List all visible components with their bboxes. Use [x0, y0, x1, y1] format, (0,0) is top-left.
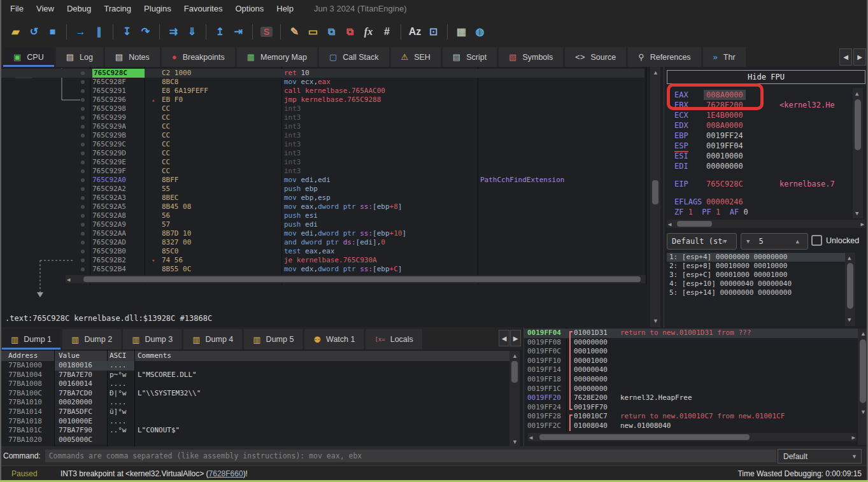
register-row[interactable]: ESI00010000 — [664, 151, 855, 161]
disasm-row[interactable]: 765C92A38BECmov ebp,esp — [0, 194, 644, 202]
argument-row[interactable]: 5: [esp+14] 00000000 00000000 — [667, 288, 855, 297]
register-row[interactable]: EBP0019FF24 — [664, 131, 855, 141]
tab-scroll-left-button[interactable]: ◀ — [839, 48, 852, 66]
stack-row[interactable]: 0019FF1C00000000 — [524, 385, 858, 394]
register-value[interactable]: 008A0000 — [706, 120, 743, 131]
registers-hscrollbar[interactable]: ◀ ▶ — [667, 220, 865, 228]
spinner-up-icon[interactable]: ▲ — [795, 238, 799, 245]
disasm-row[interactable]: 765C9291E8 6A19FEFFcall kernelbase.765AA… — [0, 87, 644, 96]
scroll-right-icon[interactable]: ▶ — [852, 434, 855, 441]
breakpoint-dot-icon[interactable] — [81, 143, 85, 146]
menu-help[interactable]: Help — [270, 0, 300, 17]
disasm-row[interactable]: 765C92AD8327 00and dword ptr ds:[edi],0 — [0, 238, 644, 247]
menu-file[interactable]: File — [4, 0, 30, 17]
disasm-row[interactable]: 765C9299CCint3 — [0, 113, 644, 122]
patch-icon[interactable]: ✎ — [285, 22, 304, 41]
stack-row[interactable]: 0019FF2C01008040new.01008040 — [524, 422, 858, 431]
flags-row[interactable]: ZF 1 PF 1 AF 0 — [664, 207, 855, 217]
breakpoint-dot-icon[interactable] — [81, 178, 85, 182]
dump-row[interactable]: 77BA100C77BA7CD0Ð|°wL"\\SYSTEM32\\" — [0, 389, 509, 399]
calling-convention-select[interactable]: Default (stdc ▼ — [667, 233, 737, 250]
dump-tab-scroll-right-button[interactable]: ▶ — [510, 330, 521, 346]
disasm-row[interactable]: 765C92B2▾74 56je kernelbase.765C930A — [0, 256, 644, 265]
dump-row[interactable]: 77BA100477BA7E70p~°wL"MSCOREE.DLL" — [0, 371, 509, 380]
breakpoint-dot-icon[interactable] — [81, 205, 85, 209]
breakpoint-dot-icon[interactable] — [81, 196, 85, 200]
run-icon[interactable]: → — [71, 22, 90, 41]
register-value[interactable]: 00010000 — [706, 151, 743, 161]
tab-notes[interactable]: ▤Notes — [105, 47, 160, 67]
breakpoint-dot-icon[interactable] — [81, 160, 85, 164]
register-value[interactable]: 00000246 — [706, 197, 743, 207]
register-row[interactable]: EFLAGS00000246 — [664, 197, 855, 207]
dump-vscrollbar[interactable]: ▲ ▼ — [509, 351, 520, 446]
register-value[interactable]: 0019FF24 — [706, 131, 743, 141]
register-row[interactable]: ECX1E4B0000 — [664, 110, 855, 120]
breakpoint-dot-icon[interactable] — [81, 152, 85, 155]
scroll-down-icon[interactable]: ▼ — [855, 210, 858, 216]
dump-row[interactable]: 77BA100800160014.... — [0, 379, 509, 389]
breakpoint-dot-icon[interactable] — [81, 187, 85, 191]
preferences-icon[interactable]: Az — [406, 22, 424, 41]
spinner-down-icon[interactable]: ▼ — [746, 238, 750, 245]
register-row[interactable]: EIP765C928Ckernelbase.7 — [664, 179, 855, 189]
breakpoint-dot-icon[interactable] — [81, 267, 85, 271]
disasm-row[interactable]: 765C92A58B45 08mov eax,dword ptr ss:[ebp… — [0, 202, 644, 211]
dump-row[interactable]: 77BA101C77BA7F90..°wL"CONOUT$" — [0, 426, 509, 436]
step-over-icon[interactable]: ↷ — [136, 22, 155, 41]
stack-vscroll-thumb[interactable] — [860, 339, 866, 403]
bookmark-icon[interactable]: ⧉ — [341, 22, 359, 41]
stack-row[interactable]: 0019FF0800000000 — [524, 338, 858, 348]
disasm-hscroll-thumb[interactable] — [83, 276, 641, 282]
internet-icon[interactable]: ◍ — [471, 22, 489, 41]
scroll-up-icon[interactable]: ▲ — [653, 69, 658, 76]
unlocked-checkbox[interactable] — [811, 235, 822, 246]
argument-row[interactable]: 2: [esp+8] 00010000 00010000 — [667, 262, 855, 271]
function-icon[interactable]: fx — [359, 22, 378, 41]
stack-row[interactable]: 0019FF0C00010000 — [524, 347, 858, 357]
disasm-row[interactable]: 765C92B085C0test eax,eax — [0, 247, 644, 256]
command-mode-select[interactable]: Default ▼ — [778, 449, 862, 464]
dump-row[interactable]: 77BA10180010000E.... — [0, 417, 509, 427]
stack-hscroll-thumb[interactable] — [539, 434, 750, 440]
scroll-down-icon[interactable]: ▼ — [512, 439, 518, 445]
disasm-row[interactable]: 765C9296▴EB F0jmp kernelbase.765C9288 — [0, 96, 644, 104]
tab-dump-5[interactable]: ▥Dump 5 — [244, 329, 302, 350]
disasm-row[interactable]: 765C92AA8B7D 10mov edi,dword ptr ss:[ebp… — [0, 229, 644, 238]
dump-row[interactable]: 77BA100000180016.... — [0, 361, 509, 371]
stack-row[interactable]: 0019FF1000001000 — [524, 357, 858, 366]
tab-log[interactable]: ▤Log — [56, 47, 103, 67]
hash-icon[interactable]: # — [378, 22, 396, 41]
breakpoint-address-link[interactable]: 7628F660 — [209, 469, 243, 478]
args-vscroll-thumb[interactable] — [847, 263, 853, 309]
breakpoint-dot-icon[interactable] — [81, 134, 85, 138]
breakpoint-dot-icon[interactable] — [81, 232, 85, 236]
stack-row[interactable]: 0019FF0401001D31return to new.01001D31 f… — [524, 329, 858, 338]
scroll-up-icon[interactable]: ▲ — [848, 255, 851, 261]
disasm-row[interactable]: 765C929ECCint3 — [0, 158, 644, 167]
topmost-icon[interactable]: ⊡ — [424, 22, 443, 41]
disasm-row[interactable]: 765C92A255push ebp — [0, 185, 644, 194]
disasm-row[interactable]: 765C92B48B55 0Cmov edx,dword ptr ss:[ebp… — [0, 265, 644, 274]
dump-tab-scroll-left-button[interactable]: ◀ — [499, 330, 509, 346]
register-value[interactable]: 765C928C — [706, 179, 743, 189]
stack-row[interactable]: 0019FF1400000040 — [524, 365, 858, 375]
stack-row[interactable]: 0019FF1800000000 — [524, 375, 858, 385]
tab-script[interactable]: ▤Script — [443, 47, 497, 67]
label-icon[interactable]: ⧉ — [322, 22, 341, 41]
tab-dump-3[interactable]: ▥Dump 3 — [123, 329, 181, 350]
disasm-vscrollbar[interactable]: ▲ ▼ — [650, 67, 660, 327]
disasm-row[interactable]: 765C92A957push edi — [0, 220, 644, 229]
disasm-row[interactable]: 765C928F8BC8mov ecx,eax — [0, 78, 644, 87]
scroll-right-icon[interactable]: ▶ — [861, 221, 864, 227]
scroll-up-icon[interactable]: ▲ — [855, 90, 858, 97]
disasm-hscrollbar[interactable]: ◀ — [66, 275, 646, 283]
dump-row[interactable]: 77BA101477BA5DFCü]°w — [0, 408, 509, 417]
breakpoint-dot-icon[interactable] — [81, 250, 85, 253]
tab-memory-map[interactable]: ▦Memory Map — [237, 47, 317, 67]
breakpoint-dot-icon[interactable] — [81, 89, 85, 93]
register-row[interactable]: EDI00000000 — [664, 161, 855, 171]
tab-cpu[interactable]: ▣CPU — [3, 47, 54, 67]
disasm-row[interactable]: 765C929FCCint3 — [0, 167, 644, 176]
argument-row[interactable]: 1: [esp+4] 00000000 00000000 — [667, 253, 855, 262]
